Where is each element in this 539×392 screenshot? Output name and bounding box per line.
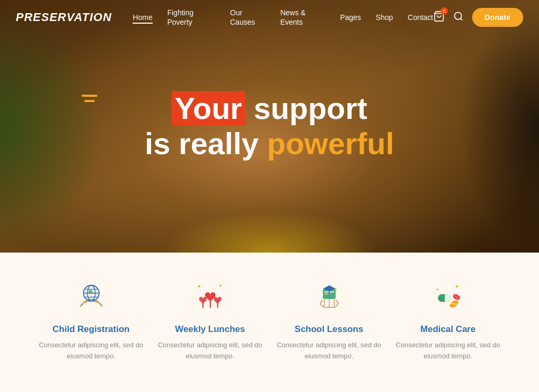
donate-button[interactable]: Donate: [472, 8, 523, 27]
nav-item-news-events[interactable]: News & Events: [280, 8, 325, 27]
card-medical-care-desc: Consectetur adipiscing elit, sed do eius…: [395, 340, 501, 362]
dash-1: [82, 95, 97, 97]
card-weekly-lunches: ✦ ✦ Weekly Lunches Consectetur adipiscin…: [157, 279, 263, 362]
card-child-registration-title: Child Registration: [53, 324, 129, 335]
nav-item-home[interactable]: Home: [133, 13, 152, 22]
hero-line1: Your support: [172, 91, 367, 125]
hero-isreally: is really: [145, 126, 267, 160]
svg-rect-16: [324, 294, 331, 295]
hero-line2: is really powerful: [145, 126, 394, 160]
card-weekly-lunches-desc: Consectetur adipiscing elit, sed do eius…: [157, 340, 263, 362]
globe-hands-icon: [73, 279, 109, 316]
book-hand-icon: [311, 279, 347, 316]
card-school-lessons-title: School Lessons: [295, 324, 363, 335]
svg-line-2: [461, 18, 463, 20]
card-school-lessons: School Lessons Consectetur adipiscing el…: [276, 279, 382, 362]
svg-point-19: [334, 287, 336, 289]
card-medical-care: ✦ ✦ Medical: [395, 279, 501, 362]
card-medical-care-title: Medical Care: [421, 324, 476, 335]
pills-icon: ✦ ✦: [430, 279, 466, 316]
svg-text:✦: ✦: [454, 283, 458, 289]
nav-right: 0 Donate: [433, 8, 523, 27]
hero-powerful-highlight: powerful: [267, 126, 394, 160]
nav-links: Home Fighting Poverty Our Causes News & …: [133, 8, 433, 27]
hero-content: Your support is really powerful: [145, 91, 394, 161]
nav-item-pages[interactable]: Pages: [340, 13, 361, 22]
nav-item-shop[interactable]: Shop: [376, 13, 393, 22]
cards-section: Child Registration Consectetur adipiscin…: [0, 253, 539, 383]
search-icon[interactable]: [453, 11, 464, 24]
cart-badge: 0: [441, 7, 448, 15]
hero-title: Your support is really powerful: [145, 91, 394, 161]
navbar: Preservation Home Fighting Poverty Our C…: [0, 0, 539, 34]
nav-item-contact[interactable]: Contact: [408, 13, 433, 22]
card-child-registration-desc: Consectetur adipiscing elit, sed do eius…: [38, 340, 144, 362]
svg-text:✦: ✦: [218, 283, 223, 288]
nav-item-fighting-poverty[interactable]: Fighting Poverty: [167, 8, 215, 27]
hero-section: Your support is really powerful ABOUT US…: [0, 0, 539, 253]
cart-icon[interactable]: 0: [433, 11, 445, 24]
svg-text:✦: ✦: [436, 287, 440, 292]
card-school-lessons-desc: Consectetur adipiscing elit, sed do eius…: [276, 340, 382, 362]
svg-text:✦: ✦: [197, 283, 202, 289]
hero-your-highlight: Your: [172, 91, 245, 125]
hero-support: support: [254, 91, 367, 125]
svg-point-1: [454, 12, 461, 19]
hearts-icon: ✦ ✦: [192, 279, 228, 316]
card-child-registration: Child Registration Consectetur adipiscin…: [38, 279, 144, 362]
hero-decoration: [82, 95, 97, 102]
card-weekly-lunches-title: Weekly Lunches: [175, 324, 245, 335]
logo[interactable]: Preservation: [16, 11, 112, 24]
dash-2: [84, 100, 95, 102]
nav-item-our-causes[interactable]: Our Causes: [230, 8, 265, 27]
